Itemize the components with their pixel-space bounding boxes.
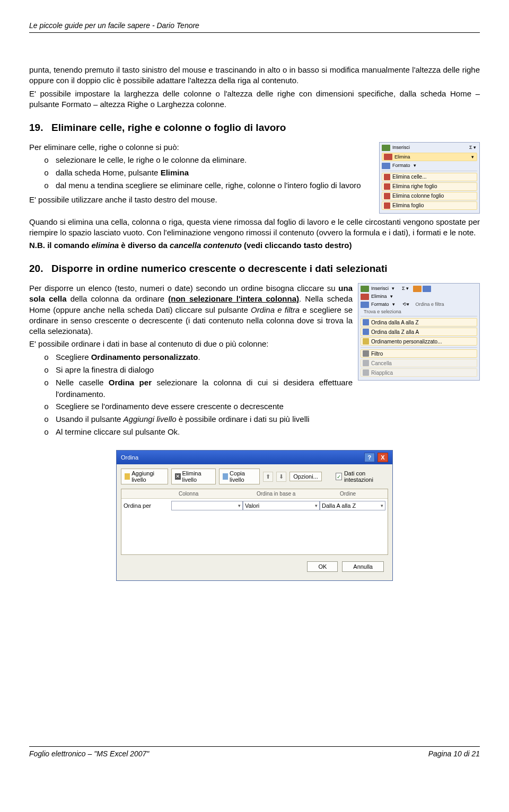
menu-item[interactable]: Riapplica <box>361 368 477 377</box>
copy-level-button[interactable]: Copia livello <box>219 469 260 484</box>
delete-icon <box>361 294 369 300</box>
heading-19: 19.Eliminare celle, righe e colonne o fo… <box>29 121 480 135</box>
sort-az-icon <box>363 319 369 325</box>
reapply-icon <box>363 369 369 376</box>
column-header: Colonna <box>175 489 253 498</box>
figure-elimina-menu: Inserisci Σ ▾ Elimina▾ Formato▾ Elimina … <box>379 142 480 214</box>
col-icon <box>384 193 390 199</box>
column-select[interactable]: ▾ <box>171 501 243 510</box>
row-label: Ordina per <box>124 502 171 509</box>
row-icon <box>384 183 390 190</box>
paragraph-nb: N.B. il comando elimina è diverso da can… <box>29 240 480 251</box>
help-button[interactable]: ? <box>364 453 375 462</box>
close-button[interactable]: X <box>378 453 388 462</box>
paragraph: punta, tenendo premuto il tasto sinistro… <box>29 65 480 86</box>
footer-right: Pagina 10 di 21 <box>428 749 480 758</box>
order-select[interactable]: Dalla A alla Z▾ <box>320 501 385 510</box>
page-header: Le piccole guide per un facile sapere - … <box>29 21 480 30</box>
filter-icon <box>363 350 369 357</box>
headers-checkbox[interactable]: ✓Dati con intestazioni <box>336 470 388 483</box>
menu-item[interactable]: Ordinamento personalizzato... <box>361 337 477 346</box>
menu-item[interactable]: Ordina dalla A alla Z <box>361 318 477 326</box>
menu-item[interactable]: Elimina colonne foglio <box>382 192 477 200</box>
menu-item[interactable]: Elimina foglio <box>382 201 477 210</box>
footer-left: Foglio elettronico – "MS Excel 2007" <box>29 749 149 758</box>
header-rule <box>29 32 480 33</box>
sort-dialog: Ordina ? X Aggiungi livello ✕Elimina liv… <box>116 450 393 581</box>
list-item: Usando il pulsante Aggiungi livello è po… <box>56 414 480 426</box>
move-up-button[interactable]: ⬆ <box>263 472 273 482</box>
cancel-button[interactable]: Annulla <box>342 561 384 572</box>
format-icon <box>382 163 390 169</box>
insert-icon <box>361 286 369 292</box>
column-header: Ordine <box>337 489 388 498</box>
find-icon <box>423 286 431 292</box>
sort-icon <box>413 286 422 292</box>
menu-item[interactable]: Ordina dalla Z alla A <box>361 328 477 336</box>
add-level-button[interactable]: Aggiungi livello <box>121 469 168 484</box>
page-footer: Foglio elettronico – "MS Excel 2007" Pag… <box>29 744 480 758</box>
column-header: Ordina in base a <box>253 489 337 498</box>
heading-20: 20.Disporre in ordine numerico crescente… <box>29 262 480 276</box>
figure-ordina-menu: Inserisci▾ Σ ▾ Elimina▾ Formato▾ ⟲▾ Ordi… <box>358 283 480 381</box>
sort-custom-icon <box>363 338 369 345</box>
delete-level-button[interactable]: ✕Elimina livello <box>171 469 216 484</box>
menu-item[interactable]: Elimina celle... <box>382 173 477 181</box>
menu-item[interactable]: Filtro <box>361 349 477 358</box>
move-down-button[interactable]: ⬇ <box>276 472 286 482</box>
insert-icon <box>382 145 390 151</box>
paragraph: E' possibile impostare la larghezza dell… <box>29 89 480 110</box>
ok-button[interactable]: OK <box>307 561 338 572</box>
dialog-titlebar: Ordina ? X <box>117 451 392 464</box>
list-item: Al termine cliccare sul pulsante Ok. <box>56 427 480 438</box>
clear-icon <box>363 360 369 366</box>
cell-icon <box>384 174 390 180</box>
menu-item[interactable]: Elimina righe foglio <box>382 182 477 191</box>
options-button[interactable]: Opzioni... <box>289 472 321 481</box>
sorton-select[interactable]: Valori▾ <box>243 501 320 510</box>
sort-za-icon <box>363 329 369 335</box>
list-item: Nelle caselle Ordina per selezionare la … <box>56 377 480 400</box>
list-item: Scegliere se l'ordinamento deve essere c… <box>56 401 480 413</box>
dialog-title: Ordina <box>121 454 138 461</box>
menu-item[interactable]: Cancella <box>361 359 477 367</box>
delete-icon <box>384 154 392 160</box>
paragraph: Quando si elimina una cella, colonna o r… <box>29 217 480 239</box>
format-icon <box>361 302 369 308</box>
sheet-icon <box>384 202 390 209</box>
